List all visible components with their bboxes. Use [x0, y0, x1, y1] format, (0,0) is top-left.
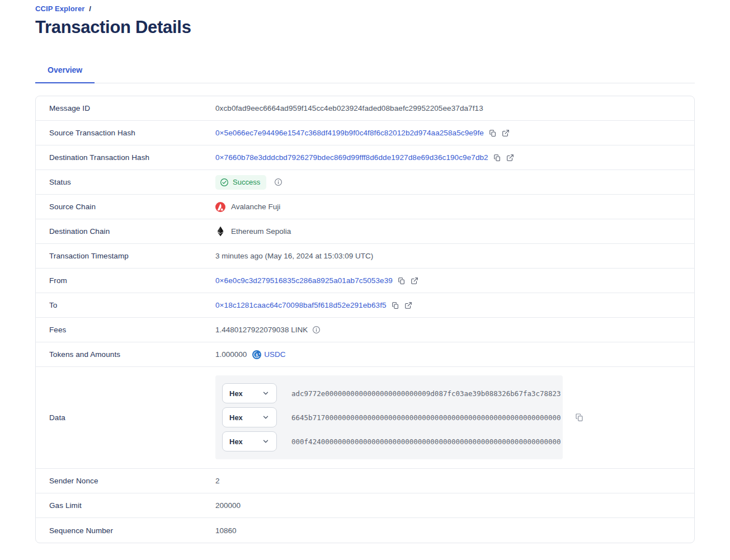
sequence-number-label: Sequence Number [49, 526, 215, 535]
data-line: Hex 6645b7170000000000000000000000000000… [222, 407, 556, 427]
tokens-label: Tokens and Amounts [49, 350, 215, 359]
copy-icon[interactable] [398, 277, 406, 285]
chevron-down-icon [262, 389, 270, 397]
sender-nonce-label: Sender Nonce [49, 477, 215, 485]
status-label: Status [49, 178, 215, 186]
breadcrumb-separator: / [89, 4, 91, 13]
token-symbol: USDC [264, 350, 285, 359]
from-address-link[interactable]: 0×6e0c9c3d279516835c286a8925a01ab7c5053e… [215, 276, 393, 285]
table-row-from: From 0×6e0c9c3d279516835c286a8925a01ab7c… [36, 269, 694, 293]
transaction-details-page: CCIP Explorer / Transaction Details Over… [0, 0, 730, 560]
breadcrumb-link-ccip-explorer[interactable]: CCIP Explorer [35, 4, 84, 13]
info-icon[interactable] [312, 326, 321, 334]
source-tx-hash-label: Source Transaction Hash [49, 129, 215, 137]
external-link-icon[interactable] [411, 277, 418, 285]
source-tx-hash-link[interactable]: 0×5e066ec7e94496e1547c368df4199b9f0c4f8f… [215, 129, 484, 137]
fees-label: Fees [49, 326, 215, 334]
timestamp-value: 3 minutes ago (May 16, 2024 at 15:03:09 … [215, 252, 373, 260]
sender-nonce-value: 2 [215, 477, 220, 485]
data-panel: Hex adc9772e0000000000000000000000009d08… [215, 375, 563, 459]
ethereum-logo-icon [215, 226, 225, 237]
hex-format-value: Hex [229, 437, 243, 446]
data-hex-line-1: adc9772e0000000000000000000000009d087fc0… [291, 389, 561, 398]
external-link-icon[interactable] [502, 129, 510, 137]
gas-limit-value: 200000 [215, 501, 241, 510]
breadcrumb: CCIP Explorer / [35, 4, 695, 13]
status-badge-text: Success [233, 178, 260, 186]
table-row-timestamp: Transaction Timestamp 3 minutes ago (May… [36, 244, 694, 269]
dest-chain-name: Ethereum Sepolia [231, 227, 291, 236]
message-id-value: 0xcb0fad9eec6664ad959f145cc4eb023924fade… [215, 104, 483, 112]
table-row-data: Data Hex adc9772e00000000000000000000000… [36, 367, 694, 469]
sequence-number-value: 10860 [215, 526, 237, 535]
tab-overview[interactable]: Overview [35, 60, 95, 83]
from-label: From [49, 276, 215, 285]
chevron-down-icon [262, 437, 270, 445]
details-card: Message ID 0xcb0fad9eec6664ad959f145cc4e… [35, 96, 695, 543]
data-hex-line-2: 6645b71700000000000000000000000000000000… [291, 413, 561, 422]
source-chain-name: Avalanche Fuji [231, 203, 280, 211]
gas-limit-label: Gas Limit [49, 501, 215, 510]
message-id-label: Message ID [49, 104, 215, 112]
external-link-icon[interactable] [506, 154, 514, 162]
table-row-source-chain: Source Chain Avalanche Fuji [36, 195, 694, 219]
dest-tx-hash-label: Destination Transaction Hash [49, 153, 215, 162]
dest-tx-hash-link[interactable]: 0×7660b78e3dddcbd7926279bdec869d99fff8d6… [215, 153, 488, 162]
copy-icon[interactable] [575, 413, 584, 422]
tab-bar: Overview [35, 60, 695, 83]
hex-format-select[interactable]: Hex [222, 383, 277, 403]
status-badge: Success [215, 175, 266, 190]
hex-format-select[interactable]: Hex [222, 431, 277, 451]
data-line: Hex adc9772e0000000000000000000000009d08… [222, 383, 556, 403]
token-link-usdc[interactable]: USDC [252, 350, 285, 359]
table-row-gas-limit: Gas Limit 200000 [36, 493, 694, 518]
table-row-source-tx-hash: Source Transaction Hash 0×5e066ec7e94496… [36, 121, 694, 145]
copy-icon[interactable] [392, 302, 399, 309]
copy-icon[interactable] [493, 154, 501, 162]
hex-format-value: Hex [229, 413, 243, 422]
chevron-down-icon [262, 413, 270, 421]
source-chain-label: Source Chain [49, 203, 215, 211]
dest-chain-value: Ethereum Sepolia [215, 226, 291, 237]
hex-format-value: Hex [229, 389, 243, 398]
data-hex-line-3: 000f424000000000000000000000000000000000… [291, 437, 561, 446]
info-icon[interactable] [274, 178, 282, 186]
table-row-sequence-number: Sequence Number 10860 [36, 518, 694, 543]
dest-chain-label: Destination Chain [49, 227, 215, 236]
to-label: To [49, 301, 215, 309]
external-link-icon[interactable] [404, 302, 412, 309]
table-row-dest-chain: Destination Chain Ethereum Sepolia [36, 219, 694, 244]
timestamp-label: Transaction Timestamp [49, 252, 215, 260]
to-address-link[interactable]: 0×18c1281caac64c70098baf5f618d52e291eb63… [215, 301, 387, 309]
copy-icon[interactable] [489, 129, 497, 137]
table-row-to: To 0×18c1281caac64c70098baf5f618d52e291e… [36, 293, 694, 318]
page-title: Transaction Details [35, 17, 695, 37]
token-amount: 1.000000 [215, 350, 247, 359]
usdc-logo-icon [252, 350, 261, 359]
avalanche-logo-icon [215, 202, 225, 212]
table-row-status: Status Success [36, 170, 694, 195]
fees-value: 1.4480127922079038 LINK [215, 326, 308, 334]
table-row-message-id: Message ID 0xcb0fad9eec6664ad959f145cc4e… [36, 96, 694, 121]
table-row-dest-tx-hash: Destination Transaction Hash 0×7660b78e3… [36, 145, 694, 170]
tab-overview-label: Overview [48, 65, 82, 74]
table-row-tokens: Tokens and Amounts 1.000000 USDC [36, 342, 694, 367]
table-row-fees: Fees 1.4480127922079038 LINK [36, 318, 694, 342]
data-line: Hex 000f42400000000000000000000000000000… [222, 431, 556, 451]
source-chain-value: Avalanche Fuji [215, 202, 280, 212]
table-row-sender-nonce: Sender Nonce 2 [36, 469, 694, 493]
hex-format-select[interactable]: Hex [222, 407, 277, 427]
check-circle-icon [220, 178, 229, 187]
data-label: Data [49, 413, 215, 422]
